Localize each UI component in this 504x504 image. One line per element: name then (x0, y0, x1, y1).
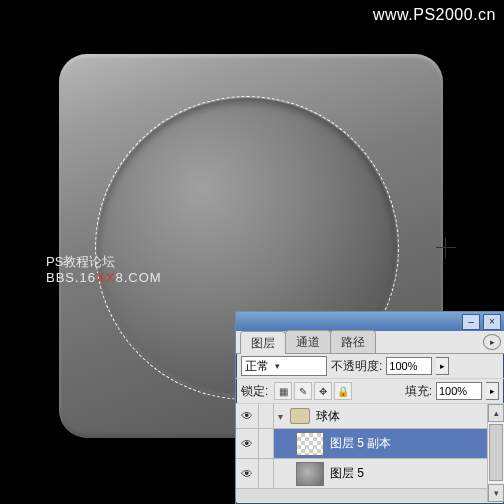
blend-mode-select[interactable]: 正常 ▾ (241, 356, 327, 376)
visibility-toggle[interactable]: 👁 (236, 459, 259, 488)
layer-name[interactable]: 图层 5 (328, 465, 364, 482)
chevron-down-icon: ▾ (275, 361, 280, 371)
layer-group-row[interactable]: 👁 ▾ 球体 (236, 404, 488, 429)
folder-icon (290, 408, 310, 424)
layer-row-selected[interactable]: 👁 图层 5 副本 (236, 429, 488, 459)
tab-paths[interactable]: 路径 (330, 330, 376, 353)
minimize-button[interactable]: – (462, 314, 480, 330)
opacity-stepper[interactable]: ▸ (436, 357, 449, 375)
layer-thumbnail[interactable] (296, 432, 324, 456)
visibility-toggle[interactable]: 👁 (236, 404, 259, 428)
lock-all-icon[interactable]: 🔒 (334, 382, 352, 400)
disclosure-triangle[interactable]: ▾ (274, 411, 286, 422)
watermark-forum-xx: XX (96, 270, 115, 285)
group-name[interactable]: 球体 (314, 408, 340, 425)
watermark-forum-a: BBS.16 (46, 270, 96, 285)
lock-label: 锁定: (241, 383, 268, 400)
layers-list: 👁 ▾ 球体 👁 图层 5 副本 👁 图层 5 (236, 404, 504, 502)
layer-thumbnail[interactable] (296, 462, 324, 486)
opacity-field[interactable]: 100% (386, 357, 432, 375)
watermark-forum: PS教程论坛 BBS.16XX8.COM (46, 254, 162, 286)
scroll-down-button[interactable]: ▾ (488, 484, 504, 502)
panel-menu-button[interactable]: ▸ (483, 334, 501, 350)
watermark-forum-line1: PS教程论坛 (46, 254, 162, 270)
scroll-thumb[interactable] (489, 424, 503, 481)
layers-panel: – × 图层 通道 路径 ▸ 正常 ▾ 不透明度: 100% ▸ 锁定: ▦ ✎… (235, 311, 504, 504)
opacity-label: 不透明度: (331, 358, 382, 375)
fill-stepper[interactable]: ▸ (486, 382, 499, 400)
watermark-url: www.PS2000.cn (373, 6, 496, 24)
link-column[interactable] (259, 404, 274, 428)
layer-name[interactable]: 图层 5 副本 (328, 435, 391, 452)
fill-field[interactable]: 100% (436, 382, 482, 400)
link-column[interactable] (259, 459, 274, 488)
scroll-track[interactable] (488, 422, 504, 484)
layer-row[interactable]: 👁 图层 5 (236, 459, 488, 489)
watermark-forum-c: 8.COM (115, 270, 161, 285)
scroll-up-button[interactable]: ▴ (488, 404, 504, 422)
fill-label: 填充: (405, 383, 432, 400)
row-blend-opacity: 正常 ▾ 不透明度: 100% ▸ (236, 354, 504, 379)
lock-transparent-icon[interactable]: ▦ (274, 382, 292, 400)
visibility-toggle[interactable]: 👁 (236, 429, 259, 458)
link-column[interactable] (259, 429, 274, 458)
panel-titlebar[interactable]: – × (236, 312, 504, 331)
lock-pixels-icon[interactable]: ✎ (294, 382, 312, 400)
panel-tabs: 图层 通道 路径 ▸ (236, 331, 504, 354)
lock-position-icon[interactable]: ✥ (314, 382, 332, 400)
tab-channels[interactable]: 通道 (285, 330, 331, 353)
tab-layers[interactable]: 图层 (240, 331, 286, 354)
row-lock-fill: 锁定: ▦ ✎ ✥ 🔒 填充: 100% ▸ (236, 379, 504, 404)
close-button[interactable]: × (483, 314, 501, 330)
scrollbar[interactable]: ▴ ▾ (487, 404, 504, 502)
lock-icons: ▦ ✎ ✥ 🔒 (274, 382, 352, 400)
blend-mode-value: 正常 (245, 358, 269, 375)
